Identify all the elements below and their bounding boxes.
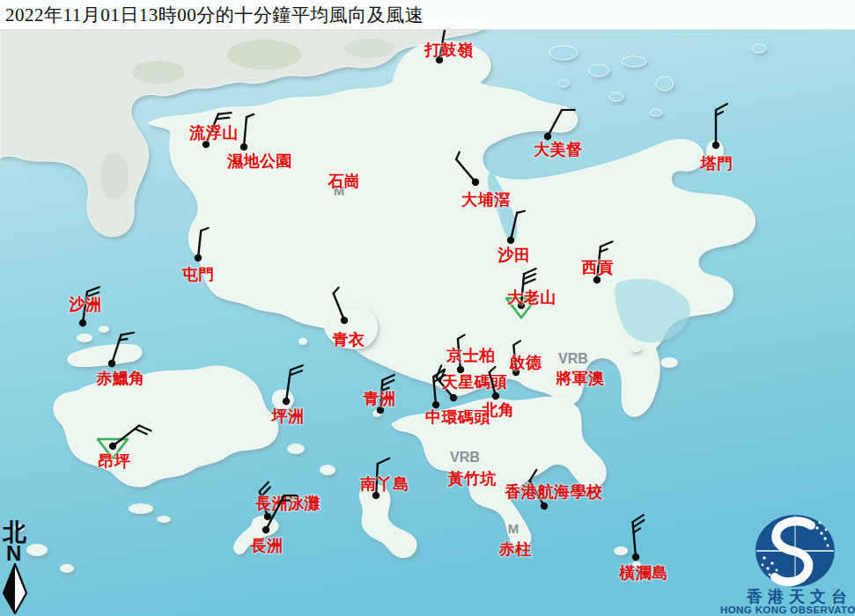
station-label: 沙洲 xyxy=(69,296,102,313)
station-label: 赤鱲角 xyxy=(95,370,145,387)
station-label: 啟德 xyxy=(509,354,543,371)
station-label: 塔門 xyxy=(700,155,733,172)
station-label: 打鼓嶺 xyxy=(424,41,474,59)
station-label: 大埔滘 xyxy=(461,191,511,209)
station-label: 青衣 xyxy=(332,331,365,348)
station-label: 大老山 xyxy=(506,289,556,306)
station-label: 長洲泳灘 xyxy=(254,495,321,512)
station-label: 黃竹坑 xyxy=(447,470,497,488)
station-label: 長洲 xyxy=(250,537,284,554)
missing-data-marker: M xyxy=(508,521,520,536)
hko-logo-english: HONG KONG OBSERVATORY xyxy=(720,605,855,615)
station-label: 坪洲 xyxy=(271,407,305,425)
station-label: 赤柱 xyxy=(498,540,533,558)
map-title: 2022年11月01日13時00分的十分鐘平均風向及風速 xyxy=(0,3,424,27)
north-letter-label: N xyxy=(6,541,21,565)
station-label: 流浮山 xyxy=(188,124,239,142)
station-label: 天星碼頭 xyxy=(441,373,507,391)
station-label: 北角 xyxy=(482,401,515,419)
station-label: 沙田 xyxy=(498,246,531,264)
wind-map-screenshot: 打鼓嶺流浮山濕地公園大美督塔門大埔滘M石崗沙田屯門西貢沙洲大老山青衣赤鱲角坪洲青… xyxy=(0,0,855,616)
station-label: 石崗 xyxy=(328,172,361,190)
station-label: 中環碼頭 xyxy=(425,408,490,426)
station-label: 香港航海學校 xyxy=(505,483,604,501)
station-label: 西貢 xyxy=(581,259,615,276)
hong-kong-basemap: 打鼓嶺流浮山濕地公園大美督塔門大埔滘M石崗沙田屯門西貢沙洲大老山青衣赤鱲角坪洲青… xyxy=(0,0,855,616)
title-bar: 2022年11月01日13時00分的十分鐘平均風向及風速 xyxy=(0,0,855,30)
station-label: 橫瀾島 xyxy=(618,564,668,582)
station-label: 南丫島 xyxy=(359,475,409,493)
station-label: 昂坪 xyxy=(99,452,131,470)
variable-wind-marker: VRB xyxy=(450,450,480,465)
station-label: 京士柏 xyxy=(446,347,496,364)
station-label: 大美督 xyxy=(533,140,583,158)
station-label: 濕地公園 xyxy=(226,152,292,170)
station-label: 青洲 xyxy=(363,390,396,407)
station-label: 將軍澳 xyxy=(555,370,605,387)
station-label: 屯門 xyxy=(182,266,215,283)
variable-wind-marker: VRB xyxy=(558,351,588,366)
hko-logo-chinese: 香港天文台 xyxy=(746,588,852,605)
